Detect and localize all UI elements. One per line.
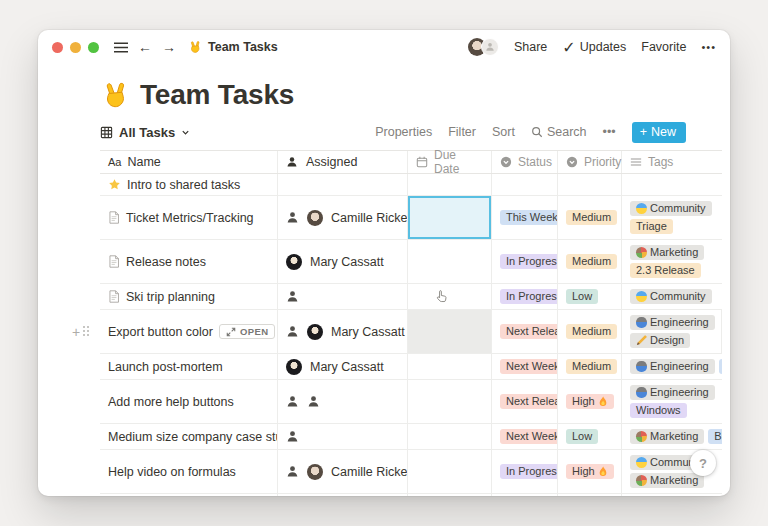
task-name-cell[interactable]: Ski trip planning (100, 284, 278, 309)
sort-button[interactable]: Sort (492, 125, 515, 139)
priority-cell[interactable]: Medium (558, 310, 622, 353)
properties-button[interactable]: Properties (375, 125, 432, 139)
search-button[interactable]: Search (531, 125, 587, 139)
due-date-cell[interactable] (408, 174, 492, 195)
due-date-cell[interactable] (408, 380, 492, 423)
priority-cell[interactable]: High (558, 450, 622, 493)
status-cell[interactable]: In Progress (492, 494, 558, 496)
status-cell[interactable]: Next Week (492, 354, 558, 379)
task-name-cell[interactable]: Medium size company case study (100, 424, 278, 449)
status-cell[interactable] (492, 174, 558, 195)
share-button[interactable]: Share (514, 40, 547, 54)
table-row[interactable]: Export button colorOPENMary CassattNext … (100, 310, 722, 354)
menu-icon[interactable] (114, 42, 128, 53)
assigned-cell[interactable]: Mary Cassatt (278, 310, 408, 353)
assigned-cell[interactable] (278, 424, 408, 449)
minimize-window-button[interactable] (70, 42, 81, 53)
tags-cell[interactable]: EngineeringWindows (622, 380, 722, 423)
back-button[interactable]: ← (138, 40, 152, 54)
task-name-cell[interactable]: Intro to shared tasks (100, 174, 278, 195)
priority-cell[interactable]: Medium (558, 240, 622, 283)
updates-button[interactable]: ✓ Updates (562, 38, 626, 57)
view-switcher[interactable]: All Tasks (100, 125, 190, 140)
assigned-cell[interactable]: Mary Cassatt (278, 494, 408, 496)
due-date-cell[interactable] (408, 424, 492, 449)
tags-cell[interactable]: EngineeringiOS (622, 354, 722, 379)
due-date-cell[interactable] (408, 494, 492, 496)
status-cell[interactable]: This Week (492, 196, 558, 239)
person-icon (286, 395, 299, 408)
column-header-assigned[interactable]: Assigned (278, 151, 408, 173)
task-name-cell[interactable]: User reporting data loss (100, 494, 278, 496)
due-date-cell[interactable] (408, 284, 492, 309)
assigned-cell[interactable]: Mary Cassatt (278, 354, 408, 379)
task-name-cell[interactable]: Help video on formulas (100, 450, 278, 493)
more-options-icon[interactable]: ••• (701, 41, 716, 53)
priority-cell[interactable]: High (558, 494, 622, 496)
status-cell[interactable]: In Progress (492, 450, 558, 493)
status-cell[interactable]: In Progress (492, 284, 558, 309)
due-date-cell[interactable] (408, 310, 492, 353)
assigned-cell[interactable] (278, 284, 408, 309)
column-header-name[interactable]: AaName (100, 151, 278, 173)
more-options-icon[interactable]: ••• (603, 125, 616, 139)
column-header-priority[interactable]: Priority (558, 151, 622, 173)
collaborator-avatars[interactable] (468, 38, 499, 56)
table-row[interactable]: Add more help buttonsNext ReleaseHighEng… (100, 380, 722, 424)
new-button[interactable]: + New (632, 122, 686, 143)
table-row[interactable]: Release notesMary CassattIn ProgressMedi… (100, 240, 722, 284)
due-date-cell[interactable] (408, 196, 492, 239)
status-cell[interactable]: Next Release (492, 380, 558, 423)
tags-cell[interactable]: EngineeringDesign (622, 310, 722, 353)
task-name-cell[interactable]: Launch post-mortem (100, 354, 278, 379)
table-row[interactable]: Launch post-mortemMary CassattNext WeekM… (100, 354, 722, 380)
drag-handle-icon[interactable] (83, 326, 90, 337)
table-row[interactable]: Ski trip planningIn ProgressLowCommunity (100, 284, 722, 310)
priority-cell[interactable] (558, 174, 622, 195)
help-button[interactable]: ? (690, 450, 716, 476)
column-header-status[interactable]: Status (492, 151, 558, 173)
assigned-cell[interactable] (278, 380, 408, 423)
priority-cell[interactable]: Medium (558, 354, 622, 379)
open-button[interactable]: OPEN (219, 324, 276, 339)
status-cell[interactable]: Next Release (492, 310, 558, 353)
tags-stack: Marketing2.3 Release (630, 242, 714, 281)
column-header-tags[interactable]: Tags (622, 151, 722, 173)
close-window-button[interactable] (52, 42, 63, 53)
table-row[interactable]: Medium size company case studyNext WeekL… (100, 424, 722, 450)
due-date-cell[interactable] (408, 240, 492, 283)
tags-cell[interactable] (622, 174, 722, 195)
priority-cell[interactable]: Medium (558, 196, 622, 239)
table-row[interactable]: User reporting data lossMary CassattIn P… (100, 494, 722, 496)
assigned-cell[interactable]: Mary Cassatt (278, 240, 408, 283)
assigned-cell[interactable]: Camille Ricketts (278, 450, 408, 493)
tags-cell[interactable]: Community (622, 284, 722, 309)
table-row[interactable]: Intro to shared tasks (100, 174, 722, 196)
favorite-button[interactable]: Favorite (641, 40, 686, 54)
zoom-window-button[interactable] (88, 42, 99, 53)
task-name-cell[interactable]: Export button colorOPEN (100, 310, 278, 353)
status-cell[interactable]: In Progress (492, 240, 558, 283)
forward-button[interactable]: → (162, 40, 176, 54)
priority-cell[interactable]: High (558, 380, 622, 423)
assigned-cell[interactable]: Camille Ricketts (278, 196, 408, 239)
add-row-button[interactable]: + (72, 325, 80, 339)
tags-cell[interactable]: Marketing2.3 Release (622, 240, 722, 283)
priority-cell[interactable]: Low (558, 284, 622, 309)
column-header-due-date[interactable]: Due Date (408, 151, 492, 173)
table-row[interactable]: Ticket Metrics/TrackingCamille RickettsT… (100, 196, 722, 240)
tags-cell[interactable]: CommunityTriage (622, 196, 722, 239)
page-icon (108, 211, 120, 224)
assigned-cell[interactable] (278, 174, 408, 195)
status-cell[interactable]: Next Week (492, 424, 558, 449)
task-name-cell[interactable]: Add more help buttons (100, 380, 278, 423)
table-row[interactable]: Help video on formulasCamille RickettsIn… (100, 450, 722, 494)
priority-cell[interactable]: Low (558, 424, 622, 449)
task-name-cell[interactable]: Release notes (100, 240, 278, 283)
due-date-cell[interactable] (408, 450, 492, 493)
due-date-cell[interactable] (408, 354, 492, 379)
task-name-cell[interactable]: Ticket Metrics/Tracking (100, 196, 278, 239)
tags-cell[interactable]: MarketingBlog (622, 424, 722, 449)
tags-cell[interactable]: Data LossCommunity (622, 494, 722, 496)
filter-button[interactable]: Filter (448, 125, 476, 139)
